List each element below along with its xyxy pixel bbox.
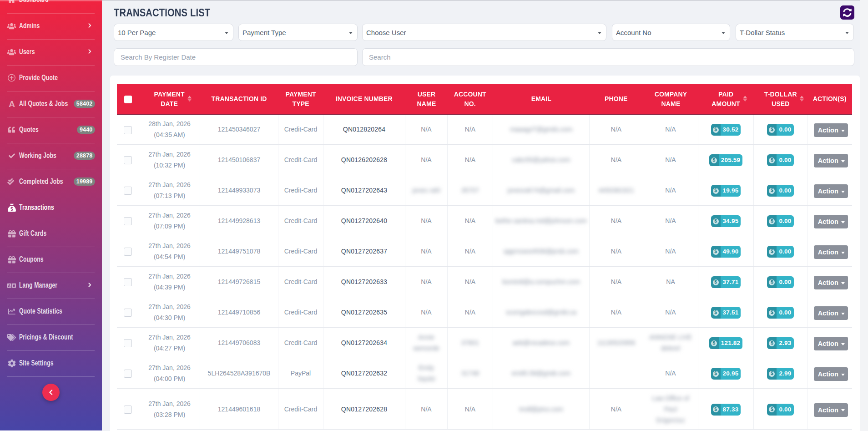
svg-text:A: A (9, 100, 15, 108)
